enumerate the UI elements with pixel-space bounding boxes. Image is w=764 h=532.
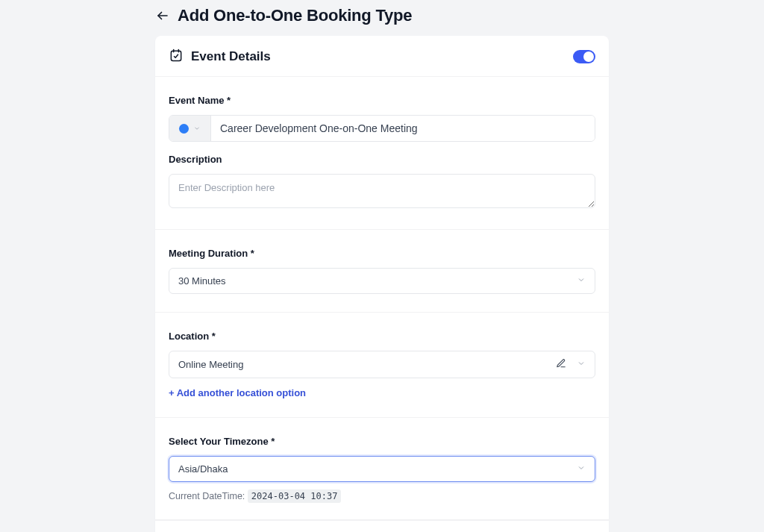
- event-details-toggle[interactable]: [573, 50, 595, 63]
- event-name-label: Event Name *: [169, 95, 595, 106]
- duration-value: 30 Minutes: [178, 275, 226, 287]
- location-value: Online Meeting: [178, 359, 243, 370]
- event-color-picker[interactable]: [169, 116, 211, 141]
- chevron-down-icon: [577, 359, 586, 370]
- section-title: Event Details: [191, 49, 271, 64]
- duration-select[interactable]: 30 Minutes: [169, 268, 595, 294]
- edit-icon[interactable]: [556, 358, 566, 371]
- description-label: Description: [169, 154, 595, 165]
- chevron-down-icon: [577, 463, 586, 475]
- duration-label: Meeting Duration *: [169, 248, 595, 259]
- color-dot-icon: [179, 124, 189, 134]
- add-location-link[interactable]: + Add another location option: [169, 387, 306, 398]
- location-select[interactable]: Online Meeting: [169, 351, 595, 378]
- timezone-value: Asia/Dhaka: [178, 463, 228, 475]
- timezone-select[interactable]: Asia/Dhaka: [169, 456, 595, 482]
- svg-rect-1: [171, 51, 181, 60]
- page-title: Add One-to-One Booking Type: [178, 6, 412, 25]
- description-textarea[interactable]: [169, 174, 595, 208]
- current-datetime-value: 2024-03-04 10:37: [248, 489, 342, 503]
- event-details-icon: [169, 48, 184, 66]
- event-name-input[interactable]: [211, 116, 595, 141]
- back-button[interactable]: [155, 8, 170, 23]
- chevron-down-icon: [577, 275, 586, 287]
- current-datetime-label: Current DateTime:: [169, 491, 245, 501]
- chevron-down-icon: [193, 125, 201, 132]
- timezone-label: Select Your Timezone *: [169, 436, 595, 447]
- location-label: Location *: [169, 331, 595, 342]
